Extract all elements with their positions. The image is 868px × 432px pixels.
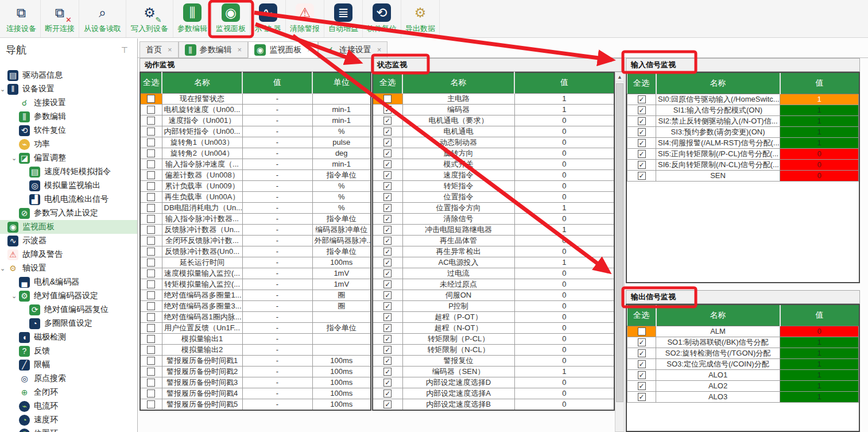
row-checkbox[interactable] <box>383 160 392 168</box>
row-checkbox[interactable] <box>383 291 392 299</box>
tab-connection-settings[interactable]: ☌ 连接设置 × <box>318 41 388 58</box>
sidebar-item-speed-torque-analog[interactable]: ▤ 速度/转矩模拟指令 <box>0 165 137 179</box>
sidebar-item-drive-info[interactable]: ▤ 驱动器信息 <box>0 68 137 82</box>
row-checkbox[interactable] <box>147 193 155 201</box>
sidebar-item-faults-warnings[interactable]: ⚠ 故障及警告 <box>0 248 137 261</box>
clear-alarm-button[interactable]: ⚠ 清除警报 <box>286 0 324 37</box>
row-checkbox[interactable] <box>638 150 646 158</box>
row-checkbox[interactable] <box>383 269 392 277</box>
row-checkbox[interactable] <box>638 117 646 125</box>
sidebar-item-offset-adjust[interactable]: ⌄ ◪ 偏置调整 <box>0 151 137 165</box>
row-checkbox[interactable] <box>638 161 646 169</box>
row-checkbox[interactable] <box>383 302 392 310</box>
row-checkbox[interactable] <box>147 400 155 408</box>
tab-monitor-panel[interactable]: ◉ 监视面板 × <box>248 41 318 58</box>
row-checkbox[interactable] <box>383 171 392 179</box>
row-checkbox[interactable] <box>383 215 392 223</box>
row-checkbox[interactable] <box>383 368 392 376</box>
sidebar-item-software-reset[interactable]: ⟲ 软件复位 <box>0 124 137 137</box>
scrollbar-thumb[interactable] <box>616 83 623 402</box>
row-checkbox[interactable] <box>147 389 155 398</box>
row-checkbox[interactable] <box>383 226 392 234</box>
column-header-select-all[interactable]: 全选 <box>627 73 656 94</box>
row-checkbox[interactable] <box>638 393 646 401</box>
scrollbar-up-icon[interactable]: ▲ <box>615 72 624 82</box>
row-checkbox[interactable] <box>147 149 155 157</box>
row-checkbox[interactable] <box>147 171 155 179</box>
row-checkbox[interactable] <box>147 324 155 332</box>
sidebar-item-current-loop[interactable]: ⌁ 电流环 <box>0 399 137 413</box>
sidebar-item-full-closed-loop[interactable]: ⊕ 全闭环 <box>0 385 137 399</box>
row-checkbox[interactable] <box>383 193 392 201</box>
row-checkbox[interactable] <box>638 139 646 147</box>
row-checkbox[interactable] <box>383 313 392 321</box>
pin-icon[interactable]: ⊤ <box>121 43 128 55</box>
read-from-device-button[interactable]: ⌕ 从设备读取 <box>79 0 126 37</box>
close-icon[interactable]: × <box>238 45 242 54</box>
write-to-device-button[interactable]: ⚙ ✎ 写入到设备 <box>126 0 173 37</box>
sidebar-item-connection-settings[interactable]: ☌ 连接设置 <box>0 96 137 110</box>
row-checkbox[interactable] <box>383 259 392 267</box>
row-checkbox[interactable] <box>147 302 155 310</box>
row-checkbox[interactable] <box>638 338 646 346</box>
sidebar-item-position-loop[interactable]: ◉ 位置环 <box>0 427 137 432</box>
row-checkbox[interactable] <box>638 382 646 390</box>
row-checkbox[interactable] <box>147 313 155 321</box>
row-checkbox[interactable] <box>147 237 155 245</box>
row-checkbox[interactable] <box>147 248 155 256</box>
sidebar-item-home-search[interactable]: ◎ 原点搜索 <box>0 372 137 385</box>
row-checkbox[interactable] <box>383 138 392 146</box>
tab-parameter-edit[interactable]: ⫼ 参数编辑 × <box>179 41 249 58</box>
row-checkbox[interactable] <box>638 371 646 379</box>
column-header-select-all[interactable]: 全选 <box>140 72 162 93</box>
row-checkbox[interactable] <box>147 215 155 223</box>
row-checkbox[interactable] <box>383 106 392 114</box>
row-checkbox[interactable] <box>147 379 155 387</box>
sidebar-item-motor-encoder[interactable]: ▄ 电机&编码器 <box>0 275 137 289</box>
expander-icon[interactable]: ⌄ <box>0 86 6 93</box>
row-checkbox[interactable] <box>147 357 155 365</box>
software-reset-button[interactable]: ⟲ 软件复位 <box>363 0 401 37</box>
row-checkbox[interactable] <box>383 335 392 343</box>
row-checkbox[interactable] <box>147 95 155 103</box>
sidebar-item-limit[interactable]: ╱ 限幅 <box>0 358 137 372</box>
row-checkbox[interactable] <box>638 327 646 335</box>
sidebar-item-feedback[interactable]: ? 反馈 <box>0 344 137 358</box>
auto-gain-button[interactable]: ≣ 自动增益 <box>324 0 363 37</box>
export-data-button[interactable]: ⚙ 导出数据 <box>401 0 440 37</box>
row-checkbox[interactable] <box>383 379 392 387</box>
expander-icon[interactable]: ⌄ <box>0 265 6 272</box>
tab-home[interactable]: 首页 × <box>140 41 179 58</box>
disconnect-button[interactable]: ⧉ ✕ 断开连接 <box>41 0 79 37</box>
row-checkbox[interactable] <box>147 291 155 299</box>
row-checkbox[interactable] <box>383 204 392 212</box>
row-checkbox[interactable] <box>383 182 392 190</box>
sidebar-item-device-settings[interactable]: ⌄ ‖ 设备设置 <box>0 82 137 96</box>
row-checkbox[interactable] <box>638 95 646 103</box>
row-checkbox[interactable] <box>147 368 155 376</box>
sidebar-item-oscilloscope[interactable]: ∿ 示波器 <box>0 234 137 248</box>
row-checkbox[interactable] <box>147 226 155 234</box>
row-checkbox[interactable] <box>147 160 155 168</box>
close-icon[interactable]: × <box>307 45 312 54</box>
row-checkbox[interactable] <box>383 357 392 365</box>
row-checkbox[interactable] <box>383 149 392 157</box>
row-checkbox[interactable] <box>383 324 392 332</box>
row-checkbox[interactable] <box>383 237 392 245</box>
row-checkbox[interactable] <box>147 346 155 354</box>
sidebar-item-speed-loop[interactable]: ◔ 速度环 <box>0 413 137 427</box>
sidebar-item-multiturn-limit[interactable]: ◔ 多圈限值设定 <box>0 317 137 330</box>
row-checkbox[interactable] <box>638 106 646 114</box>
row-checkbox[interactable] <box>147 204 155 212</box>
sidebar-item-pole-detection[interactable]: ◖ 磁极检测 <box>0 330 137 344</box>
column-header-select-all[interactable]: 全选 <box>627 305 656 326</box>
sidebar-item-abs-encoder-reset[interactable]: ⟳ 绝对值编码器复位 <box>0 303 137 317</box>
row-checkbox[interactable] <box>147 117 155 125</box>
sidebar-item-abs-encoder-settings[interactable]: ⌄ ⚙ 绝对值编码器设定 <box>0 289 137 303</box>
connect-device-button[interactable]: ⧉ 连接设备 <box>2 0 41 37</box>
row-checkbox[interactable] <box>383 128 392 136</box>
row-checkbox[interactable] <box>147 138 155 146</box>
row-checkbox[interactable] <box>147 259 155 267</box>
monitor-panel-button[interactable]: ◉ 监视面板 <box>212 0 250 37</box>
row-checkbox[interactable] <box>638 172 646 180</box>
